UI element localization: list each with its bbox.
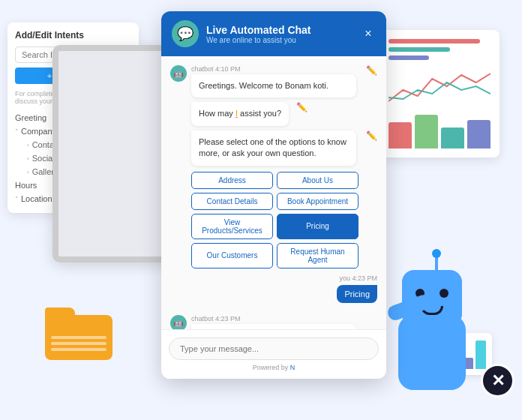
chat-footer: Powered by N xyxy=(161,329,386,379)
option-pricing[interactable]: Pricing xyxy=(277,214,358,239)
chat-icon: 💬 xyxy=(177,26,194,42)
option-view-products[interactable]: View Products/Services xyxy=(191,214,273,239)
folder-line-3 xyxy=(51,348,106,351)
option-address[interactable]: Address xyxy=(191,172,273,189)
edit-icon-1[interactable]: ✏️ xyxy=(366,65,377,76)
robot-antenna xyxy=(435,256,438,272)
robot-body xyxy=(398,315,466,390)
chat-bubble-reply: Please share your phone number to know t… xyxy=(191,324,356,329)
chart-line-2 xyxy=(388,47,490,52)
bar-purple xyxy=(388,56,429,60)
bar-chart-item-1 xyxy=(388,122,412,148)
powered-by: Powered by N xyxy=(169,364,379,371)
bar-chart xyxy=(388,111,490,148)
chevron-right-icon: › xyxy=(27,142,29,148)
user-message-row: Pricing xyxy=(170,285,377,309)
bar-teal xyxy=(388,47,450,52)
folder-icon xyxy=(45,308,112,360)
x-badge: ✕ xyxy=(481,364,514,398)
chevron-down-icon: ˅ xyxy=(15,196,18,202)
chat-body: 🤖 chatbot 4:10 PM Greetings. Welcome to … xyxy=(161,56,386,329)
folder-line-2 xyxy=(51,342,106,345)
user-timestamp: you 4:23 PM xyxy=(170,274,377,282)
highlighted-word: I xyxy=(236,109,238,118)
chart-line-1 xyxy=(388,39,490,44)
panel-title: Add/Edit Intents xyxy=(15,30,131,40)
chat-bubble-assist: How may I assist you? xyxy=(191,102,289,125)
chat-header-icon: 💬 xyxy=(172,20,199,47)
chart-line-3 xyxy=(388,56,490,60)
powered-by-brand: N xyxy=(290,364,296,371)
greeting-text: Greetings. Welcome to Bonam koti. xyxy=(199,81,328,90)
mini-bar-chart xyxy=(388,39,490,60)
user-bubble-pricing: Pricing xyxy=(337,285,377,303)
chat-bubble-greeting: Greetings. Welcome to Bonam koti. xyxy=(191,74,356,98)
edit-icon-3[interactable]: ✏️ xyxy=(366,130,377,141)
close-button[interactable]: × xyxy=(361,26,376,41)
option-our-customers[interactable]: Our Customers xyxy=(191,243,273,268)
robot-eye-right xyxy=(440,289,448,298)
chevron-down-icon: ˅ xyxy=(15,128,18,135)
chatbot-timestamp-2: chatbot 4:23 PM xyxy=(191,315,356,322)
folder-lines xyxy=(51,336,106,354)
close-icon: × xyxy=(364,27,371,40)
chat-header-text: Live Automated Chat We are online to ass… xyxy=(206,24,353,44)
bar-chart-item-2 xyxy=(415,115,438,148)
chat-header: 💬 Live Automated Chat We are online to a… xyxy=(161,11,386,56)
chatbot-timestamp-1: chatbot 4:10 PM xyxy=(191,65,358,73)
chat-bubble-options-prompt: Please select one of the options to know… xyxy=(191,130,356,166)
chevron-right-icon: › xyxy=(27,155,29,162)
bar-chart-item-4 xyxy=(467,120,490,148)
chat-title: Live Automated Chat xyxy=(206,24,353,36)
plus-icon: + xyxy=(47,71,52,80)
chatbot-avatar: 🤖 xyxy=(170,65,187,82)
chevron-right-icon: › xyxy=(27,169,29,176)
options-grid: Address About Us Contact Details Book Ap… xyxy=(191,172,358,268)
right-panel xyxy=(380,30,500,158)
chat-subtitle: We are online to assist you xyxy=(206,36,353,44)
folder-line-1 xyxy=(51,336,106,339)
line-chart xyxy=(388,68,490,105)
option-book-appointment[interactable]: Book Appointment xyxy=(277,193,358,210)
bar-red xyxy=(388,39,480,44)
option-contact-details[interactable]: Contact Details xyxy=(191,193,273,210)
robot-antenna-ball xyxy=(432,249,441,258)
bar-chart-item-3 xyxy=(441,128,464,148)
chatbot-avatar-2: 🤖 xyxy=(170,315,187,329)
edit-icon-2[interactable]: ✏️ xyxy=(296,102,308,112)
chat-window: 💬 Live Automated Chat We are online to a… xyxy=(161,11,386,379)
option-about-us[interactable]: About Us xyxy=(277,172,358,189)
message-input[interactable] xyxy=(169,338,379,360)
folder-body xyxy=(45,315,112,360)
x-logo-icon: ✕ xyxy=(491,371,505,391)
option-request-human[interactable]: Request Human Agent xyxy=(277,243,358,268)
